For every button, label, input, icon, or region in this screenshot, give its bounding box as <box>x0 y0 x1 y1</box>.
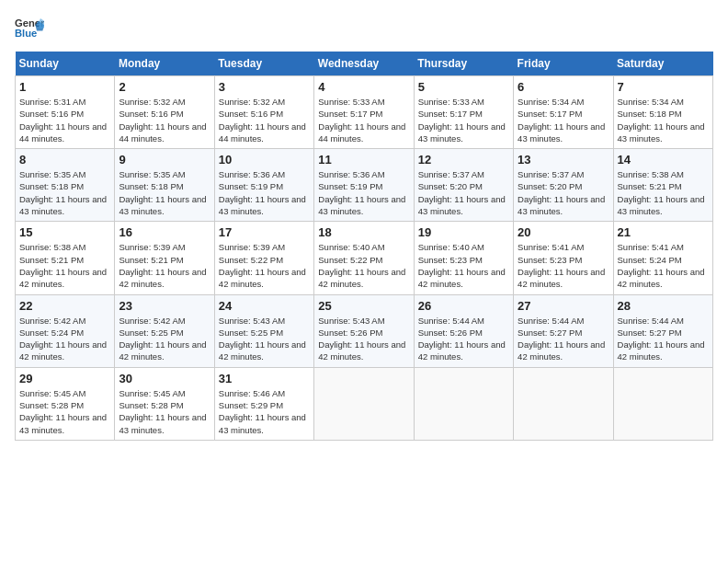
day-info: Sunrise: 5:44 AM Sunset: 5:27 PM Dayligh… <box>618 315 709 363</box>
day-number: 27 <box>518 299 609 313</box>
day-cell: 25 Sunrise: 5:43 AM Sunset: 5:26 PM Dayl… <box>314 294 414 367</box>
day-info: Sunrise: 5:33 AM Sunset: 5:17 PM Dayligh… <box>418 96 509 144</box>
day-number: 20 <box>518 225 609 239</box>
day-number: 11 <box>318 153 409 167</box>
day-info: Sunrise: 5:40 AM Sunset: 5:22 PM Dayligh… <box>318 241 409 290</box>
day-cell: 22 Sunrise: 5:42 AM Sunset: 5:24 PM Dayl… <box>16 294 115 367</box>
day-info: Sunrise: 5:38 AM Sunset: 5:21 PM Dayligh… <box>19 241 110 290</box>
weekday-header-saturday: Saturday <box>613 52 712 76</box>
day-cell: 16 Sunrise: 5:39 AM Sunset: 5:21 PM Dayl… <box>115 222 214 294</box>
day-number: 26 <box>418 299 509 313</box>
day-cell: 18 Sunrise: 5:40 AM Sunset: 5:22 PM Dayl… <box>314 222 414 294</box>
day-info: Sunrise: 5:41 AM Sunset: 5:23 PM Dayligh… <box>518 241 609 290</box>
day-info: Sunrise: 5:44 AM Sunset: 5:26 PM Dayligh… <box>418 315 509 363</box>
day-cell: 24 Sunrise: 5:43 AM Sunset: 5:25 PM Dayl… <box>214 294 313 367</box>
day-cell: 23 Sunrise: 5:42 AM Sunset: 5:25 PM Dayl… <box>115 294 214 367</box>
day-cell: 21 Sunrise: 5:41 AM Sunset: 5:24 PM Dayl… <box>613 222 712 294</box>
day-cell: 31 Sunrise: 5:46 AM Sunset: 5:29 PM Dayl… <box>214 367 313 440</box>
day-cell: 14 Sunrise: 5:38 AM Sunset: 5:21 PM Dayl… <box>613 149 712 222</box>
day-cell: 26 Sunrise: 5:44 AM Sunset: 5:26 PM Dayl… <box>414 294 513 367</box>
day-info: Sunrise: 5:39 AM Sunset: 5:21 PM Dayligh… <box>119 241 210 290</box>
day-number: 1 <box>19 80 110 94</box>
day-number: 8 <box>19 153 110 167</box>
day-info: Sunrise: 5:39 AM Sunset: 5:22 PM Dayligh… <box>219 241 310 290</box>
svg-text:Blue: Blue <box>15 28 37 39</box>
day-cell: 7 Sunrise: 5:34 AM Sunset: 5:18 PM Dayli… <box>613 76 712 149</box>
day-number: 6 <box>518 80 609 94</box>
day-cell <box>613 367 712 440</box>
day-cell <box>414 367 513 440</box>
day-number: 9 <box>119 153 210 167</box>
day-number: 10 <box>219 153 310 167</box>
day-cell: 30 Sunrise: 5:45 AM Sunset: 5:28 PM Dayl… <box>115 367 214 440</box>
day-number: 5 <box>418 80 509 94</box>
day-info: Sunrise: 5:32 AM Sunset: 5:16 PM Dayligh… <box>219 96 310 144</box>
logo: General Blue <box>15 15 44 40</box>
day-number: 31 <box>219 372 310 385</box>
day-number: 2 <box>119 80 210 94</box>
day-number: 29 <box>19 372 110 385</box>
weekday-header-wednesday: Wednesday <box>314 52 414 76</box>
calendar-table: SundayMondayTuesdayWednesdayThursdayFrid… <box>15 52 713 441</box>
week-row-3: 15 Sunrise: 5:38 AM Sunset: 5:21 PM Dayl… <box>16 222 713 294</box>
day-number: 15 <box>19 225 110 239</box>
weekday-header-friday: Friday <box>514 52 613 76</box>
day-cell: 2 Sunrise: 5:32 AM Sunset: 5:16 PM Dayli… <box>115 76 214 149</box>
day-cell <box>314 367 414 440</box>
day-info: Sunrise: 5:38 AM Sunset: 5:21 PM Dayligh… <box>618 168 709 217</box>
day-cell: 6 Sunrise: 5:34 AM Sunset: 5:17 PM Dayli… <box>514 76 613 149</box>
day-cell: 13 Sunrise: 5:37 AM Sunset: 5:20 PM Dayl… <box>514 149 613 222</box>
weekday-header-sunday: Sunday <box>16 52 115 76</box>
day-info: Sunrise: 5:36 AM Sunset: 5:19 PM Dayligh… <box>219 168 310 217</box>
day-info: Sunrise: 5:42 AM Sunset: 5:25 PM Dayligh… <box>119 315 210 363</box>
day-info: Sunrise: 5:34 AM Sunset: 5:17 PM Dayligh… <box>518 96 609 144</box>
day-info: Sunrise: 5:37 AM Sunset: 5:20 PM Dayligh… <box>418 168 509 217</box>
day-info: Sunrise: 5:36 AM Sunset: 5:19 PM Dayligh… <box>318 168 409 217</box>
day-number: 18 <box>318 225 409 239</box>
day-cell: 19 Sunrise: 5:40 AM Sunset: 5:23 PM Dayl… <box>414 222 513 294</box>
day-number: 30 <box>119 372 210 385</box>
page-header: General Blue <box>15 15 713 40</box>
day-cell: 28 Sunrise: 5:44 AM Sunset: 5:27 PM Dayl… <box>613 294 712 367</box>
day-number: 3 <box>219 80 310 94</box>
week-row-2: 8 Sunrise: 5:35 AM Sunset: 5:18 PM Dayli… <box>16 149 713 222</box>
day-cell <box>514 367 613 440</box>
week-row-4: 22 Sunrise: 5:42 AM Sunset: 5:24 PM Dayl… <box>16 294 713 367</box>
day-info: Sunrise: 5:41 AM Sunset: 5:24 PM Dayligh… <box>618 241 709 290</box>
day-number: 4 <box>318 80 409 94</box>
day-cell: 3 Sunrise: 5:32 AM Sunset: 5:16 PM Dayli… <box>214 76 313 149</box>
day-cell: 5 Sunrise: 5:33 AM Sunset: 5:17 PM Dayli… <box>414 76 513 149</box>
day-number: 23 <box>119 299 210 313</box>
day-cell: 20 Sunrise: 5:41 AM Sunset: 5:23 PM Dayl… <box>514 222 613 294</box>
day-number: 14 <box>618 153 709 167</box>
weekday-header-thursday: Thursday <box>414 52 513 76</box>
day-info: Sunrise: 5:34 AM Sunset: 5:18 PM Dayligh… <box>618 96 709 144</box>
day-cell: 10 Sunrise: 5:36 AM Sunset: 5:19 PM Dayl… <box>214 149 313 222</box>
week-row-5: 29 Sunrise: 5:45 AM Sunset: 5:28 PM Dayl… <box>16 367 713 440</box>
day-cell: 1 Sunrise: 5:31 AM Sunset: 5:16 PM Dayli… <box>16 76 115 149</box>
day-info: Sunrise: 5:40 AM Sunset: 5:23 PM Dayligh… <box>418 241 509 290</box>
day-info: Sunrise: 5:43 AM Sunset: 5:26 PM Dayligh… <box>318 315 409 363</box>
day-cell: 9 Sunrise: 5:35 AM Sunset: 5:18 PM Dayli… <box>115 149 214 222</box>
day-info: Sunrise: 5:35 AM Sunset: 5:18 PM Dayligh… <box>119 168 210 217</box>
day-number: 28 <box>618 299 709 313</box>
day-info: Sunrise: 5:35 AM Sunset: 5:18 PM Dayligh… <box>19 168 110 217</box>
week-row-1: 1 Sunrise: 5:31 AM Sunset: 5:16 PM Dayli… <box>16 76 713 149</box>
day-cell: 17 Sunrise: 5:39 AM Sunset: 5:22 PM Dayl… <box>214 222 313 294</box>
day-number: 17 <box>219 225 310 239</box>
day-info: Sunrise: 5:46 AM Sunset: 5:29 PM Dayligh… <box>219 387 310 436</box>
day-number: 13 <box>518 153 609 167</box>
weekday-header-monday: Monday <box>115 52 214 76</box>
day-cell: 8 Sunrise: 5:35 AM Sunset: 5:18 PM Dayli… <box>16 149 115 222</box>
weekday-header-tuesday: Tuesday <box>214 52 313 76</box>
day-info: Sunrise: 5:44 AM Sunset: 5:27 PM Dayligh… <box>518 315 609 363</box>
day-cell: 12 Sunrise: 5:37 AM Sunset: 5:20 PM Dayl… <box>414 149 513 222</box>
day-info: Sunrise: 5:32 AM Sunset: 5:16 PM Dayligh… <box>119 96 210 144</box>
day-number: 21 <box>618 225 709 239</box>
day-info: Sunrise: 5:31 AM Sunset: 5:16 PM Dayligh… <box>19 96 110 144</box>
day-cell: 27 Sunrise: 5:44 AM Sunset: 5:27 PM Dayl… <box>514 294 613 367</box>
day-number: 19 <box>418 225 509 239</box>
day-cell: 15 Sunrise: 5:38 AM Sunset: 5:21 PM Dayl… <box>16 222 115 294</box>
day-number: 16 <box>119 225 210 239</box>
day-info: Sunrise: 5:42 AM Sunset: 5:24 PM Dayligh… <box>19 315 110 363</box>
